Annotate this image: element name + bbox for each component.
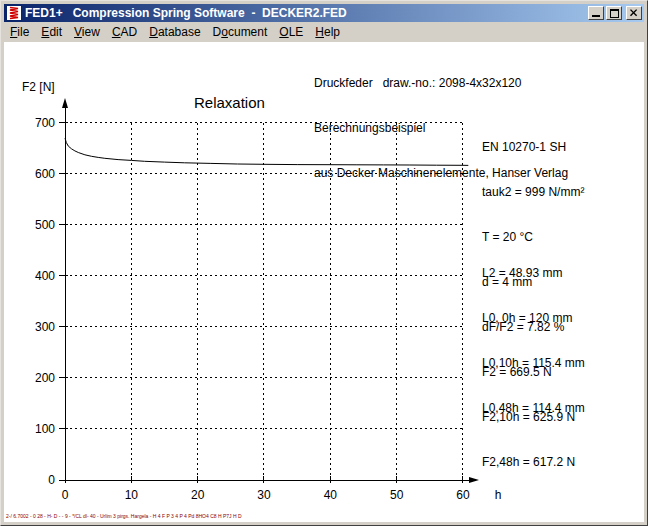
maximize-icon <box>610 9 619 18</box>
menu-cad[interactable]: CAD <box>106 23 143 42</box>
svg-text:10: 10 <box>125 488 139 502</box>
chart-title: Relaxation <box>194 95 265 111</box>
minimize-icon <box>592 15 600 17</box>
close-icon <box>627 7 641 19</box>
result-block-lengths: L2 = 48.93 mm L0, 0h = 120 mm L0,10h = 1… <box>482 236 585 446</box>
spring-icon <box>6 5 22 21</box>
result-line: F2,48h = 617.2 N <box>482 455 584 470</box>
svg-text:20: 20 <box>191 488 205 502</box>
menu-database[interactable]: Database <box>143 23 206 42</box>
note-line: Druckfeder draw.-no.: 2098-4x32x120 <box>314 76 568 91</box>
menu-file[interactable]: File <box>4 23 35 42</box>
close-button[interactable] <box>626 6 642 20</box>
result-line: EN 10270-1 SH <box>482 140 584 155</box>
svg-text:0: 0 <box>48 473 55 487</box>
result-line: L0, 0h = 120 mm <box>482 311 585 326</box>
y-axis-label: F2 [N] <box>22 80 55 95</box>
menu-view[interactable]: View <box>68 23 106 42</box>
svg-text:300: 300 <box>35 320 55 334</box>
result-line: L0,10h = 115.4 mm <box>482 356 585 371</box>
result-line: L0,48h = 114.4 mm <box>482 401 585 416</box>
svg-text:200: 200 <box>35 371 55 385</box>
maximize-button[interactable] <box>606 6 622 20</box>
window-title: FED1+ Compression Spring Software - DECK… <box>25 6 588 20</box>
svg-text:0: 0 <box>62 488 69 502</box>
menubar: File Edit View CAD Database Document OLE… <box>4 23 644 42</box>
titlebar[interactable]: FED1+ Compression Spring Software - DECK… <box>4 4 644 22</box>
menu-ole[interactable]: OLE <box>273 23 309 42</box>
app-window: FED1+ Compression Spring Software - DECK… <box>0 0 648 526</box>
svg-text:400: 400 <box>35 269 55 283</box>
menu-help[interactable]: Help <box>309 23 346 42</box>
svg-text:500: 500 <box>35 218 55 232</box>
client-area: 01002003004005006007000102030405060h F2 … <box>4 42 644 522</box>
result-line: L2 = 48.93 mm <box>482 266 585 281</box>
svg-text:30: 30 <box>257 488 271 502</box>
svg-text:40: 40 <box>324 488 338 502</box>
result-line: tauk2 = 999 N/mm² <box>482 185 584 200</box>
svg-text:50: 50 <box>390 488 404 502</box>
svg-text:100: 100 <box>35 422 55 436</box>
svg-text:600: 600 <box>35 167 55 181</box>
status-line: 2-/ 6.7002 - 0 28 - H- D - - 9 - */CL dl… <box>6 513 242 519</box>
svg-text:700: 700 <box>35 116 55 130</box>
menu-edit[interactable]: Edit <box>35 23 68 42</box>
menu-document[interactable]: Document <box>207 23 274 42</box>
minimize-button[interactable] <box>588 6 604 20</box>
svg-text:60: 60 <box>456 488 470 502</box>
window-controls <box>588 6 642 20</box>
